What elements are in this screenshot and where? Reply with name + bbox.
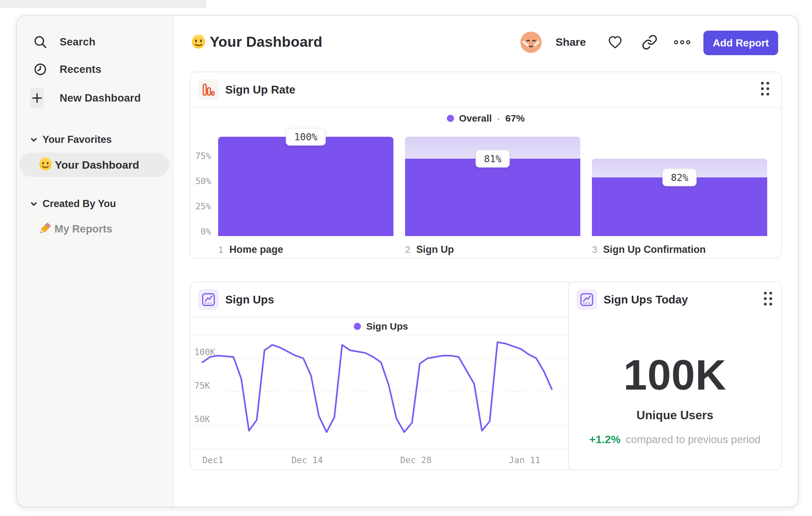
divider [191, 107, 781, 108]
metric-value: 100K [569, 351, 781, 399]
more-options-button[interactable] [672, 33, 692, 52]
line-series-sign-ups [202, 342, 552, 432]
funnel-step-number: 1 [218, 244, 224, 255]
line-chart-icon [576, 289, 597, 310]
sidebar-item-label: Search [60, 36, 95, 48]
sidebar-section-created-by-you[interactable]: Created By You [30, 198, 116, 210]
sidebar-item-new-dashboard[interactable]: New Dashboard [17, 86, 173, 110]
line-chart: 100K75K50K [191, 337, 572, 451]
sidebar-item-label: Recents [60, 63, 102, 76]
user-avatar[interactable] [520, 32, 542, 53]
favorite-heart-button[interactable] [605, 33, 625, 52]
funnel-y-tick-label: 25% [191, 201, 211, 211]
chevron-down-icon [30, 135, 38, 144]
main-content: Your Dashboard Share Add Report [174, 16, 798, 507]
funnel-x-axis: 1Home page2Sign Up3Sign Up Confirmation [218, 244, 767, 255]
line-x-tick-label: Dec1 [202, 455, 223, 465]
drag-handle-icon[interactable] [761, 82, 769, 96]
sidebar-item-label: My Reports [54, 223, 112, 235]
sidebar-item-label: New Dashboard [60, 92, 141, 104]
funnel-step-name: Sign Up [416, 244, 454, 255]
funnel-bar: 100% [218, 137, 394, 236]
divider [191, 317, 572, 318]
funnel-bar-fill [405, 159, 580, 236]
sidebar-item-my-reports[interactable]: My Reports [17, 218, 173, 240]
copy-link-button[interactable] [640, 33, 659, 52]
slightly-smiling-face-emoji [39, 157, 52, 172]
line-y-tick-label: 75K [194, 381, 210, 390]
sign-ups-today-card: Sign Ups Today 100K Unique Users +1.2% c… [568, 281, 782, 470]
divider [191, 335, 572, 335]
search-icon [33, 35, 47, 49]
sidebar-item-search[interactable]: Search [17, 30, 173, 54]
legend-value: 67% [505, 113, 525, 124]
delta-badge: +1.2% [589, 433, 620, 446]
funnel-step-label: 2Sign Up [405, 244, 580, 255]
pencil-emoji [38, 221, 52, 237]
share-button[interactable]: Share [555, 36, 586, 48]
card-title: Sign Ups [225, 293, 274, 306]
section-title: Your Favorites [42, 134, 112, 145]
funnel-y-tick-label: 0% [191, 226, 211, 236]
delta-description: compared to previous period [626, 433, 760, 446]
line-legend: Sign Ups [191, 318, 572, 334]
line-x-tick-label: Jan 11 [509, 455, 540, 465]
background-window-strip [0, 0, 206, 8]
chevron-down-icon [30, 200, 38, 208]
sidebar-item-your-dashboard[interactable]: Your Dashboard [19, 153, 169, 177]
legend-dot-icon [447, 115, 454, 122]
legend-separator: · [497, 113, 500, 124]
metric-delta-row: +1.2% compared to previous period [569, 433, 781, 446]
clock-icon [33, 62, 47, 76]
line-x-tick-label: Dec 14 [292, 455, 323, 465]
metric-label: Unique Users [569, 409, 781, 422]
card-title: Sign Up Rate [225, 83, 295, 96]
app-window: Search Recents New Dashboard Your Favori… [16, 15, 799, 507]
legend-label: Overall [459, 113, 492, 124]
drag-handle-icon[interactable] [764, 292, 772, 305]
sidebar: Search Recents New Dashboard Your Favori… [17, 16, 174, 507]
funnel-step-number: 2 [405, 244, 410, 255]
page-title: Your Dashboard [210, 33, 323, 50]
line-y-tick-label: 50K [194, 414, 210, 424]
funnel-step-label: 1Home page [218, 244, 394, 255]
plus-icon [30, 91, 44, 105]
card-title: Sign Ups Today [604, 293, 688, 306]
funnel-tooltip: 82% [663, 169, 697, 186]
bar-chart-icon [198, 79, 219, 100]
funnel-bar-fill [218, 137, 394, 236]
funnel-y-tick-label: 50% [191, 176, 211, 186]
funnel-chart: 100%81%82% [218, 137, 767, 236]
funnel-step-label: 3Sign Up Confirmation [592, 244, 767, 255]
line-x-tick-label: Dec 28 [400, 455, 432, 465]
legend-dot-icon [354, 323, 361, 330]
section-title: Created By You [42, 198, 116, 210]
sign-ups-card: Sign Ups Sign Ups 100K75K50K Dec1Dec 14D… [190, 281, 572, 470]
funnel-step-number: 3 [592, 244, 598, 255]
funnel-tooltip: 81% [475, 150, 510, 167]
funnel-legend: Overall · 67% [191, 110, 781, 127]
slightly-smiling-face-emoji [191, 34, 206, 51]
sidebar-item-label: Your Dashboard [55, 159, 139, 171]
line-chart-icon [198, 289, 219, 310]
sidebar-item-recents[interactable]: Recents [17, 58, 173, 81]
sidebar-section-your-favorites[interactable]: Your Favorites [30, 134, 112, 145]
funnel-bar: 82% [592, 137, 767, 236]
funnel-tooltip: 100% [286, 128, 326, 146]
line-y-tick-label: 100K [194, 347, 215, 357]
funnel-step-name: Home page [229, 244, 283, 255]
funnel-bar: 81% [405, 137, 580, 236]
funnel-step-name: Sign Up Confirmation [603, 244, 706, 255]
sign-up-rate-card: Sign Up Rate Overall · 67% 75%50%25%0% 1… [190, 72, 782, 258]
add-report-button[interactable]: Add Report [703, 31, 778, 55]
legend-label: Sign Ups [366, 321, 408, 332]
funnel-y-tick-label: 75% [191, 151, 211, 161]
